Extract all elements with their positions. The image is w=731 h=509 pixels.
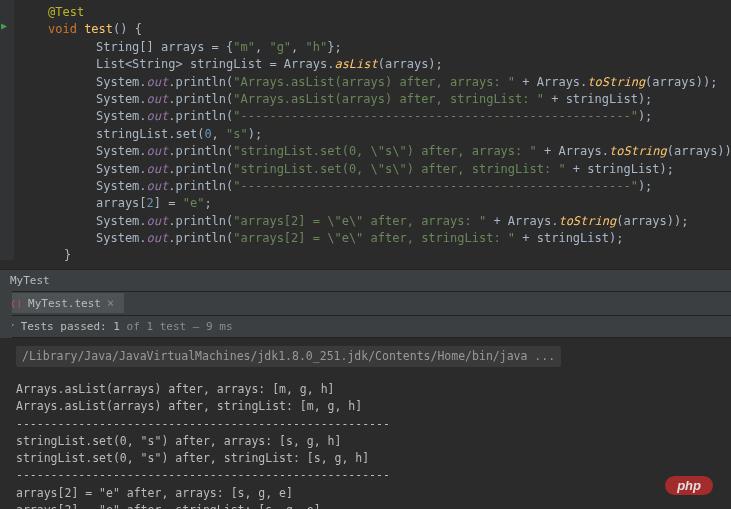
- console-line: ----------------------------------------…: [16, 416, 721, 433]
- breadcrumb[interactable]: MyTest: [0, 269, 731, 292]
- close-icon[interactable]: ×: [107, 296, 114, 310]
- tab-label: MyTest.test: [28, 297, 101, 310]
- code-editor[interactable]: @Test void test() { String[] arrays = {"…: [0, 0, 731, 269]
- console-line: Arrays.asList(arrays) after, arrays: [m,…: [16, 381, 721, 398]
- method-name: test: [84, 22, 113, 36]
- annotation: @Test: [48, 5, 84, 19]
- keyword-void: void: [48, 22, 77, 36]
- tests-passed-label: Tests passed:: [21, 320, 107, 333]
- console-line: arrays[2] = "e" after, stringList: [s, g…: [16, 502, 721, 509]
- console-line: stringList.set(0, "s") after, arrays: [s…: [16, 433, 721, 450]
- test-status-bar: ✔ Tests passed: 1 of 1 test – 9 ms: [0, 316, 731, 338]
- console-line: Arrays.asList(arrays) after, stringList:…: [16, 398, 721, 415]
- console-line: stringList.set(0, "s") after, stringList…: [16, 450, 721, 467]
- run-gutter-icon[interactable]: ▶: [1, 20, 7, 31]
- watermark-badge: php: [665, 476, 713, 495]
- run-tab[interactable]: ❬❘ MyTest.test ×: [0, 293, 124, 313]
- run-tab-bar: ❬❘ MyTest.test ×: [0, 292, 731, 316]
- java-command: /Library/Java/JavaVirtualMachines/jdk1.8…: [16, 346, 561, 367]
- console-line: ----------------------------------------…: [16, 467, 721, 484]
- close-brace: }: [64, 248, 71, 262]
- console-line: arrays[2] = "e" after, arrays: [s, g, e]: [16, 485, 721, 502]
- editor-gutter: ▶: [0, 0, 14, 260]
- console-output[interactable]: /Library/Java/JavaVirtualMachines/jdk1.8…: [0, 338, 731, 509]
